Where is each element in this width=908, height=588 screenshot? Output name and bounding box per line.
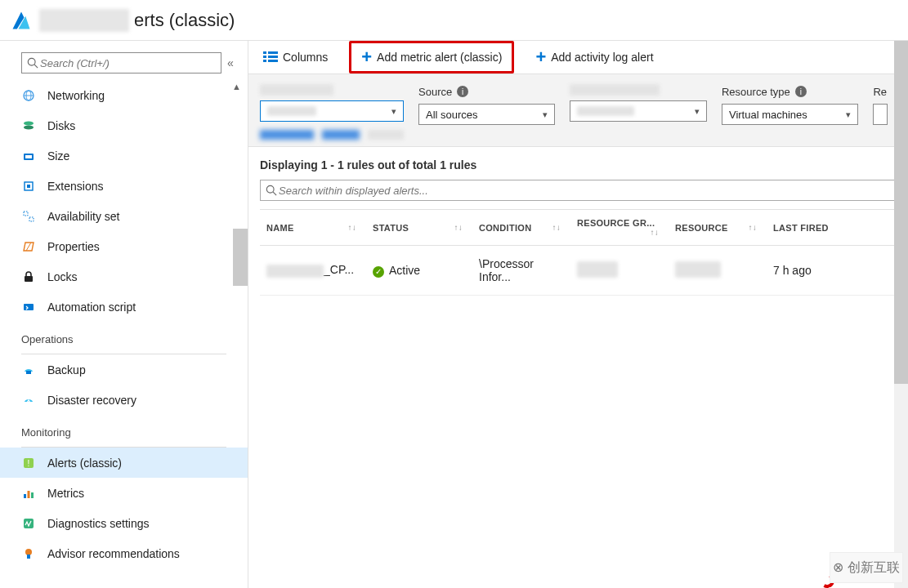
sidebar: « ▲ Networking Disks Size Extensions	[0, 41, 248, 588]
sidebar-item-extensions[interactable]: Extensions	[0, 171, 248, 201]
filter-label-blurred	[570, 84, 660, 96]
svg-rect-29	[263, 60, 266, 62]
col-resource-group[interactable]: RESOURCE GR...↑↓	[570, 210, 669, 246]
filter-label-blurred	[260, 84, 333, 96]
sidebar-scrollbar[interactable]	[233, 229, 248, 286]
svg-rect-13	[24, 212, 28, 216]
page-scrollbar-track[interactable]	[894, 41, 908, 588]
info-icon[interactable]: i	[457, 86, 468, 97]
svg-line-3	[34, 65, 38, 68]
page-header: erts (classic)	[0, 0, 908, 41]
sidebar-item-backup[interactable]: Backup	[0, 354, 248, 385]
sidebar-item-availability[interactable]: Availability set	[0, 201, 248, 231]
svg-line-34	[273, 192, 276, 195]
sort-icon: ↑↓	[552, 223, 561, 232]
sidebar-item-label: Networking	[47, 89, 105, 102]
network-icon	[21, 88, 36, 103]
table-search[interactable]	[260, 180, 897, 201]
table-row[interactable]: _CP... ✓Active \Processor Infor... 7 h a…	[260, 246, 897, 296]
col-resource[interactable]: RESOURCE↑↓	[669, 210, 767, 246]
sidebar-item-metrics[interactable]: Metrics	[0, 478, 248, 508]
scroll-up-arrow[interactable]: ▲	[232, 82, 241, 91]
collapse-sidebar-button[interactable]: «	[221, 56, 239, 69]
cell-blurred	[675, 261, 721, 278]
svg-line-15	[26, 243, 31, 251]
automation-icon	[21, 300, 36, 314]
alerts-table: NAME↑↓ STATUS↑↓ CONDITION↑↓ RESOURCE GR.…	[260, 209, 897, 296]
sidebar-search-input[interactable]	[38, 56, 216, 70]
sort-icon: ↑↓	[748, 223, 757, 232]
sidebar-item-locks[interactable]: Locks	[0, 261, 248, 292]
page-scrollbar-thumb[interactable]	[894, 41, 908, 384]
cell-last-fired: 7 h ago	[767, 246, 897, 296]
sidebar-item-label: Advisor recommendations	[47, 547, 180, 560]
col-status[interactable]: STATUS↑↓	[366, 210, 472, 246]
highlight-annotation: + Add metric alert (classic)	[349, 41, 514, 74]
svg-rect-31	[268, 56, 278, 58]
properties-icon	[21, 239, 36, 254]
page-title: erts (classic)	[134, 10, 235, 31]
resource-type-dropdown[interactable]: Virtual machines ▾	[722, 104, 858, 125]
sidebar-item-alerts[interactable]: ! Alerts (classic)	[0, 448, 248, 478]
source-dropdown[interactable]: All sources ▾	[418, 104, 555, 125]
resource-type-value: Virtual machines	[729, 109, 807, 121]
svg-rect-22	[28, 491, 30, 498]
sidebar-item-networking[interactable]: Networking	[0, 80, 248, 110]
col-last-fired[interactable]: LAST FIRED	[767, 210, 897, 246]
resource-dropdown-partial[interactable]	[873, 104, 888, 125]
svg-point-33	[266, 185, 274, 193]
sort-icon: ↑↓	[347, 223, 356, 232]
svg-rect-12	[27, 185, 30, 188]
diagnostics-icon	[21, 516, 36, 531]
sidebar-item-automation[interactable]: Automation script	[0, 292, 248, 322]
search-icon	[266, 185, 277, 196]
sidebar-item-label: Disks	[47, 119, 75, 132]
add-metric-alert-label: Add metric alert (classic)	[377, 51, 502, 64]
sidebar-item-label: Availability set	[47, 210, 119, 223]
add-metric-alert-button[interactable]: + Add metric alert (classic)	[355, 45, 508, 69]
svg-rect-21	[24, 494, 26, 498]
svg-point-2	[28, 58, 35, 65]
plus-icon: +	[361, 48, 372, 66]
sidebar-item-label: Properties	[47, 240, 100, 253]
advisor-icon	[21, 546, 36, 561]
alert-icon: !	[21, 456, 36, 470]
azure-logo-icon	[10, 7, 33, 33]
add-activity-log-alert-button[interactable]: + Add activity log alert	[529, 45, 660, 69]
info-icon[interactable]: i	[795, 86, 807, 97]
sidebar-item-size[interactable]: Size	[0, 140, 248, 171]
sidebar-item-label: Extensions	[47, 180, 103, 193]
col-condition[interactable]: CONDITION↑↓	[472, 210, 570, 246]
sidebar-item-advisor[interactable]: Advisor recommendations	[0, 538, 248, 568]
col-name[interactable]: NAME↑↓	[260, 210, 366, 246]
filter-chip-blurred	[322, 130, 360, 140]
sidebar-item-disks[interactable]: Disks	[0, 110, 248, 140]
status-ok-icon: ✓	[373, 266, 384, 278]
sidebar-item-label: Alerts (classic)	[47, 457, 122, 470]
search-icon	[27, 57, 38, 69]
filter-label-partial: Re	[873, 86, 887, 98]
main-content: Columns + Add metric alert (classic) + A…	[248, 41, 908, 588]
backup-icon	[21, 363, 36, 377]
header-blurred	[39, 9, 129, 32]
watermark: ⊗ 创新互联	[830, 552, 903, 583]
sidebar-item-label: Locks	[47, 270, 78, 283]
subscription-dropdown[interactable]: ▾	[260, 100, 404, 122]
chevron-down-icon: ▾	[543, 109, 548, 120]
sidebar-search[interactable]	[21, 52, 221, 74]
sidebar-item-recovery[interactable]: Disaster recovery	[0, 385, 248, 415]
sidebar-item-diagnostics[interactable]: Diagnostics settings	[0, 508, 248, 538]
sidebar-item-label: Disaster recovery	[47, 394, 136, 407]
sidebar-item-properties[interactable]: Properties	[0, 231, 248, 261]
svg-point-8	[24, 125, 34, 129]
columns-button[interactable]: Columns	[257, 45, 334, 69]
resource-group-dropdown[interactable]: ▾	[570, 100, 706, 122]
table-search-input[interactable]	[277, 184, 891, 198]
svg-point-25	[25, 549, 32, 555]
source-label: Source	[418, 86, 452, 98]
cell-name: _CP...	[324, 263, 354, 276]
columns-label: Columns	[283, 51, 328, 64]
disks-icon	[21, 118, 36, 133]
filter-chip-blurred	[368, 130, 404, 140]
lock-icon	[21, 270, 36, 284]
